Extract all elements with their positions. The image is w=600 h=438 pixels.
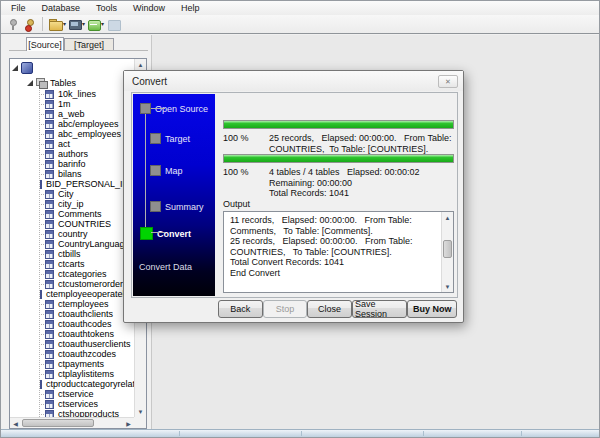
scrollbar-thumb[interactable] (443, 240, 452, 258)
tree-item[interactable]: abc/employees (10, 119, 134, 129)
tree-item[interactable]: ctplaylistitems (10, 369, 134, 379)
expanded-arrow-icon[interactable] (12, 65, 18, 71)
tree-item[interactable]: ctoauthtokens (10, 329, 134, 339)
scrollbar-thumb[interactable] (22, 419, 94, 427)
table-icon (45, 160, 54, 169)
table-icon (45, 370, 54, 379)
tree-item[interactable]: city_ip (10, 199, 134, 209)
tree-horizontal-scrollbar[interactable]: ◀ ▶ (10, 417, 134, 428)
table-icon (45, 360, 54, 369)
table-icon (45, 170, 54, 179)
connect-icon[interactable] (4, 16, 21, 33)
dialog-title-bar[interactable]: Convert (124, 71, 463, 91)
convert-progress-area: 100 % 25 records, Elapsed: 00:00:00. Fro… (221, 94, 456, 298)
wizard-step: Target (140, 133, 190, 144)
dialog-button[interactable]: Stop (263, 300, 308, 318)
tree-item[interactable]: Comments (10, 209, 134, 219)
wizard-caption: Convert Data (139, 262, 192, 272)
close-icon[interactable]: ✕ (438, 75, 458, 88)
toolbar-group-actions: ▾ ▾ ▾ (47, 16, 122, 33)
dialog-button[interactable]: Close (307, 300, 352, 318)
scroll-up-icon[interactable]: ▲ (135, 59, 146, 70)
tree-item[interactable]: CountryLanguage (10, 239, 134, 249)
tree-item[interactable]: ctcategories (10, 269, 134, 279)
tree-item[interactable]: barinfo (10, 159, 134, 169)
tree-item[interactable]: ctbills (10, 249, 134, 259)
menu-item[interactable]: Tools (88, 2, 125, 14)
tree-item[interactable]: 10k_lines (10, 89, 134, 99)
convert-table-icon[interactable]: ▾ (86, 16, 105, 33)
tree-item[interactable]: bilans (10, 169, 134, 179)
tree-root-node[interactable] (10, 59, 134, 76)
table-icon (45, 350, 54, 359)
table-icon (45, 300, 54, 309)
output-label: Output (223, 199, 250, 209)
tree-item[interactable]: 1m (10, 99, 134, 109)
disconnect-icon[interactable] (21, 16, 38, 33)
tree-item[interactable]: BID_PERSONAL_INF (10, 179, 134, 189)
table-icon (45, 330, 54, 339)
table-icon (45, 100, 54, 109)
table-icon (45, 140, 54, 149)
dialog-button[interactable]: Save Session (352, 300, 408, 318)
total-progress-detail: 4 tables / 4 tables Elapsed: 00:00:02 Re… (269, 167, 454, 199)
tree-item[interactable]: ctoauthzcodes (10, 349, 134, 359)
tree-item[interactable]: ctoauthcodes (10, 319, 134, 329)
tree-item[interactable]: COUNTRIES (10, 219, 134, 229)
tab-source[interactable]: [Source] (26, 37, 64, 51)
tree-item[interactable]: ctemployeeoperatelog (10, 289, 134, 299)
table-icon (40, 180, 42, 189)
total-progress-bar (223, 154, 454, 163)
expanded-arrow-icon[interactable] (27, 80, 33, 86)
tree-item[interactable]: City (10, 189, 134, 199)
tree-item[interactable]: ctoauthuserclients (10, 339, 134, 349)
tree-connector-line (39, 85, 40, 417)
tree-item[interactable]: a_web (10, 109, 134, 119)
table-icon (45, 310, 54, 319)
table-icon (45, 110, 54, 119)
tree-item[interactable]: ctcustomerorders (10, 279, 134, 289)
status-bar (1, 429, 599, 437)
tree-item[interactable]: ctcarts (10, 259, 134, 269)
tables-folder-icon (36, 78, 47, 88)
tree-item[interactable]: ctemployees (10, 299, 134, 309)
tree-item[interactable]: act (10, 139, 134, 149)
tree-item[interactable]: ctpayments (10, 359, 134, 369)
table-icon (45, 280, 54, 289)
scroll-down-icon[interactable]: ▼ (135, 406, 146, 417)
tree-item[interactable]: ctservices (10, 399, 134, 409)
table-icon (45, 240, 54, 249)
table-icon (45, 230, 54, 239)
scroll-left-icon[interactable]: ◀ (10, 418, 21, 429)
menu-item[interactable]: File (3, 2, 34, 14)
tree-item[interactable]: authors (10, 149, 134, 159)
output-log-box[interactable]: 11 records, Elapsed: 00:00:00. From Tabl… (223, 211, 454, 293)
tree-item[interactable]: abc_employees (10, 129, 134, 139)
migration-wizard-icon[interactable]: ▾ (67, 16, 86, 33)
table-icon (45, 400, 54, 409)
disabled-tool-icon[interactable] (105, 16, 122, 33)
tree-item[interactable]: ctoauthclients (10, 309, 134, 319)
tree-item[interactable]: ctservice (10, 389, 134, 399)
table-icon (45, 190, 54, 199)
tree-items: 10k_lines 1m a_web (10, 89, 134, 417)
table-icon (45, 260, 54, 269)
dialog-button[interactable]: Buy Now (407, 300, 457, 318)
dialog-button[interactable]: Back (218, 300, 263, 318)
scroll-right-icon[interactable]: ▶ (123, 418, 134, 429)
table-icon (45, 220, 54, 229)
wizard-step: Convert (140, 227, 191, 240)
scroll-down-icon[interactable]: ▼ (442, 281, 453, 292)
menu-item[interactable]: Window (125, 2, 173, 14)
tree-item[interactable]: ctproductcategoryrelation (10, 379, 134, 389)
tree-item[interactable]: ctshopproducts (10, 409, 134, 417)
output-vertical-scrollbar[interactable]: ▲ ▼ (441, 212, 453, 292)
menu-item[interactable]: Database (34, 2, 89, 14)
tree-item[interactable]: country (10, 229, 134, 239)
menu-item[interactable]: Help (173, 2, 208, 14)
toolbar: ▾ ▾ ▾ (1, 15, 599, 34)
tree-node-tables[interactable]: Tables (10, 76, 134, 89)
open-session-folder-icon[interactable]: ▾ (47, 16, 67, 33)
scroll-up-icon[interactable]: ▲ (442, 212, 453, 223)
app-window: FileDatabaseToolsWindowHelp ▾ ▾ ▾ [Sourc… (0, 0, 600, 438)
